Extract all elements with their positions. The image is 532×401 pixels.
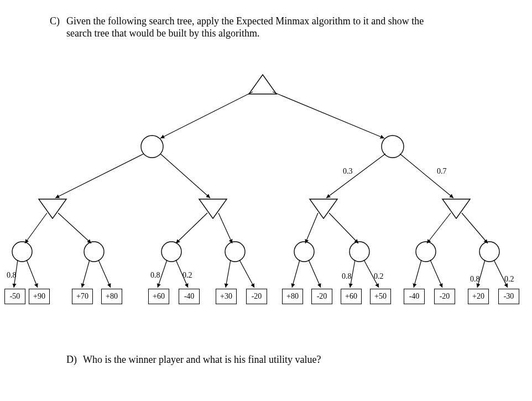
svg-line-36 bbox=[414, 260, 421, 288]
leaf-6: -40 bbox=[179, 289, 200, 304]
svg-line-9 bbox=[58, 213, 91, 243]
prob-c6-left: 0.8 bbox=[342, 272, 352, 281]
svg-line-7 bbox=[400, 154, 453, 198]
svg-point-22 bbox=[416, 242, 436, 262]
svg-point-17 bbox=[84, 242, 104, 262]
leaf-3: +70 bbox=[72, 289, 93, 304]
leaf-14: -20 bbox=[434, 289, 455, 304]
prob-c8-left: 0.8 bbox=[470, 275, 480, 284]
prob-c6-right: 0.2 bbox=[374, 272, 384, 281]
question-d-letter: D) bbox=[66, 354, 77, 366]
svg-line-13 bbox=[329, 213, 358, 243]
leaf-11: +60 bbox=[341, 289, 362, 304]
leaf-10: -20 bbox=[311, 289, 332, 304]
prob-c3-right: 0.2 bbox=[182, 271, 192, 280]
leaf-8: -20 bbox=[246, 289, 267, 304]
leaf-7: +30 bbox=[216, 289, 237, 304]
leaf-15: +20 bbox=[468, 289, 489, 304]
svg-line-25 bbox=[27, 260, 38, 288]
svg-line-5 bbox=[160, 154, 210, 198]
leaf-9: +80 bbox=[282, 289, 303, 304]
leaf-16: -30 bbox=[498, 289, 519, 304]
svg-point-23 bbox=[479, 242, 499, 262]
question-c-text-1: Given the following search tree, apply t… bbox=[66, 15, 424, 27]
svg-line-27 bbox=[98, 260, 111, 288]
prob-c3-left: 0.8 bbox=[150, 271, 160, 280]
svg-line-12 bbox=[305, 213, 318, 243]
svg-line-11 bbox=[218, 213, 232, 243]
svg-line-10 bbox=[176, 213, 207, 243]
svg-line-6 bbox=[326, 154, 385, 198]
question-c-letter: C) bbox=[50, 15, 60, 27]
prob-c1-left: 0.8 bbox=[7, 271, 17, 280]
svg-line-31 bbox=[239, 260, 254, 288]
svg-point-2 bbox=[141, 136, 163, 158]
svg-line-15 bbox=[462, 213, 488, 243]
tree-diagram bbox=[0, 33, 532, 376]
svg-line-30 bbox=[226, 260, 231, 288]
svg-point-18 bbox=[161, 242, 181, 262]
question-d-text: Who is the winner player and what is his… bbox=[83, 354, 321, 366]
leaf-12: +50 bbox=[370, 289, 391, 304]
svg-point-20 bbox=[294, 242, 314, 262]
svg-point-19 bbox=[225, 242, 245, 262]
svg-line-8 bbox=[25, 213, 47, 243]
svg-line-37 bbox=[430, 260, 442, 288]
svg-line-14 bbox=[427, 213, 451, 243]
svg-line-26 bbox=[82, 260, 90, 288]
svg-line-0 bbox=[160, 92, 253, 138]
svg-line-32 bbox=[292, 260, 300, 288]
leaf-5: +60 bbox=[148, 289, 169, 304]
leaf-4: +80 bbox=[101, 289, 122, 304]
svg-line-4 bbox=[55, 154, 144, 198]
prob-l2-right-left: 0.3 bbox=[343, 167, 353, 176]
svg-line-33 bbox=[309, 260, 321, 288]
prob-l2-right-right: 0.7 bbox=[437, 167, 447, 176]
leaf-13: -40 bbox=[404, 289, 425, 304]
prob-c8-right: 0.2 bbox=[504, 275, 514, 284]
svg-point-16 bbox=[12, 242, 32, 262]
leaf-2: +90 bbox=[29, 289, 50, 304]
leaf-1: -50 bbox=[4, 289, 25, 304]
svg-point-21 bbox=[350, 242, 369, 262]
svg-line-1 bbox=[273, 92, 384, 138]
